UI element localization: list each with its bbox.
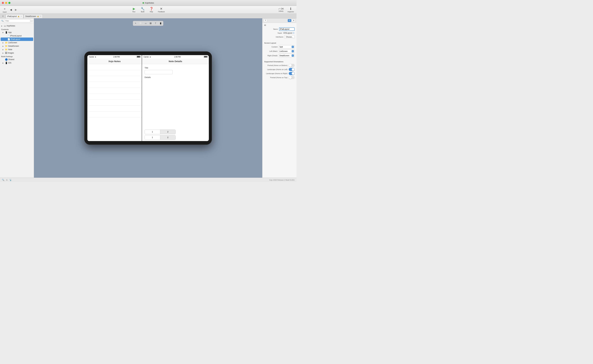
version-text: Xojo 2020 Release 2 Build 51361 [269,179,295,181]
battery-icon [137,56,140,58]
wifi-icon-right: ▲ [150,56,151,58]
sidebar-item-ipad-layout[interactable]: 📄 iPadLayout [1,38,33,41]
close-button[interactable] [2,2,4,4]
phone-tool-button[interactable]: 📱 [158,21,163,25]
maximize-button[interactable] [8,2,10,4]
toggle-thumb [289,76,292,79]
sidebar-item-label: Note [8,48,12,51]
sidebar-item-xojonotes[interactable]: ▶ 🗂 XojoNotes [0,24,34,27]
run-button[interactable]: ▶ Run [130,6,137,13]
tab-ipadlayout[interactable]: iPadLayout 🔒 × [6,14,23,18]
search-input[interactable] [4,19,30,22]
segment-control-2: 1 2 [144,135,176,140]
ios-nav-bar-left: Xojo Notes [87,58,142,64]
list-item[interactable] [87,100,142,105]
inspector-top-bar: ⠿ ID ⚙ [262,18,297,23]
list-item[interactable] [87,82,142,88]
ios-nav-bar-right: Note Details [142,58,209,64]
minimize-button[interactable] [5,2,7,4]
search-status-icon[interactable]: 🔍 [2,179,4,181]
portrait-top-toggle[interactable] [289,76,295,79]
segment-2-item-1[interactable]: 1 [145,135,160,140]
landscape-right-toggle[interactable] [289,72,295,75]
note-detail-area: Title Details [142,64,209,128]
sidebar-item-images[interactable]: ▶ 🖼 Images [0,51,34,55]
time-text-left: 2:08 PM [113,56,120,58]
title-dot-icon [143,2,144,4]
sidebar-item-app[interactable]: ▶ 📱 App [0,31,34,34]
segment-area: 1 2 1 2 [142,128,209,141]
list-item[interactable] [87,76,142,82]
segment-1-item-2[interactable]: 2 [160,130,176,134]
rect-tool-button[interactable]: ⬜ [138,21,143,25]
sidebar-item-ios[interactable]: ▶ 📱 iOS [0,61,34,65]
inspector-name-row: Name [264,27,295,31]
right-detail-dropdown[interactable]: DetailScreen ▼ [279,54,295,57]
insert-button[interactable]: ＋ Insert [1,6,8,13]
toolbar-right: ✓ OK Library ℹ Inspector [277,6,295,13]
details-field-label: Details [144,76,206,78]
list-item[interactable] [87,94,142,100]
build-button[interactable]: 🔧 Build [139,6,146,13]
battery-icon-right [204,56,207,58]
list-item[interactable] [87,111,142,117]
back-button[interactable]: ◀ [9,8,13,12]
name-input[interactable] [279,27,295,31]
editor-area: ↖ ⬜ ▭ 🖼 T 📱 Carrier ▲ [34,18,262,178]
add-tab-button[interactable]: + [1,14,5,18]
portrait-bottom-toggle[interactable] [289,64,295,67]
landscape-left-row: Landscape (Home on Left) [264,68,295,71]
forward-button[interactable]: ▶ [14,8,18,12]
list-item[interactable] [87,105,142,111]
landscape-left-label: Landscape (Home on Left) [264,69,287,70]
text-tool-button[interactable]: T [153,21,158,25]
library-button[interactable]: ✓ OK Library [277,7,285,13]
sidebar-nav-next-icon[interactable]: › [32,20,33,22]
toolbar-center: ▶ Run 🔧 Build ❓ Help ✕ Feedback [130,6,166,13]
sidebar-item-detailscreen[interactable]: ▶ 📁 DetailScreen [0,44,34,48]
inspector-orientations-section: Supported Orientations Portrait (Home on… [262,59,297,81]
battery-fill [137,56,140,57]
warning-status-icon[interactable]: ⚠ [6,179,8,181]
feed-status-icon[interactable]: 📡 [9,179,12,181]
screen-layout-title: Screen Layout [264,42,295,44]
tab-detailscreen[interactable]: DetailScreen 🔒 × [24,14,43,18]
ipad-right-panel: Carrier ▲ 2:08 PM [142,55,209,141]
right-panel-title: Note Details [169,60,182,63]
segment-2-item-2[interactable]: 2 [160,135,176,140]
left-main-dropdown[interactable]: ListScreen ▼ [279,50,295,53]
list-item[interactable] [87,64,142,70]
image-tool-button[interactable]: 🖼 [148,21,153,25]
sidebar-item-shared[interactable]: 🔵 Shared [0,58,34,61]
inspector-panel: ⠿ ID ⚙ ID Name Super iOSLayout ✏ Interfa… [262,18,297,178]
pointer-tool-button[interactable]: ↖ [133,21,138,25]
sidebar-item-label: iPadLayout [11,38,20,40]
tab-detailscreen-close-icon[interactable]: × [40,15,41,17]
interfaces-choose-button[interactable]: Choose... [285,35,295,39]
main-area: 🔍 ‹ › ▶ 🗂 XojoNotes Contents ▶ 📱 App [0,18,297,178]
inspector-id-button[interactable]: ID [288,19,291,22]
list-item[interactable] [87,70,142,76]
title-text-field[interactable] [144,70,173,74]
sidebar-item-note[interactable]: ▶ 📁 Note [0,48,34,51]
feedback-icon: ✕ [160,7,163,11]
portrait-bottom-label: Portrait (Home on Bottom) [264,65,287,66]
tab-detailscreen-label: DetailScreen [25,15,36,17]
landscape-left-toggle[interactable] [289,68,295,71]
inspector-gear-button[interactable]: ⚙ [292,19,295,22]
inspector-id-section: ID Name Super iOSLayout ✏ Interfaces Cho… [262,23,297,40]
sidebar-nav-prev-icon[interactable]: ‹ [31,20,32,22]
list-item[interactable] [87,88,142,94]
sidebar-item-iphone-layout[interactable]: 📄 iPhoneLayout [0,34,34,38]
help-button[interactable]: ❓ Help [148,6,155,13]
sidebar-item-listscreen[interactable]: ▶ 📁 ListScreen [0,41,34,44]
tab-ipadlayout-close-icon[interactable]: × [21,15,22,17]
rect-outline-tool-button[interactable]: ▭ [143,21,148,25]
feedback-button[interactable]: ✕ Feedback [157,6,166,13]
segment-control-1: 1 2 [144,130,176,134]
content-dropdown[interactable]: Split ▼ [279,45,295,49]
sidebar-item-label: ListScreen [8,42,17,44]
segment-1-item-1[interactable]: 1 [145,130,160,134]
super-edit-button[interactable]: ✏ [293,32,295,34]
inspector-button[interactable]: ℹ Inspector [286,6,295,13]
